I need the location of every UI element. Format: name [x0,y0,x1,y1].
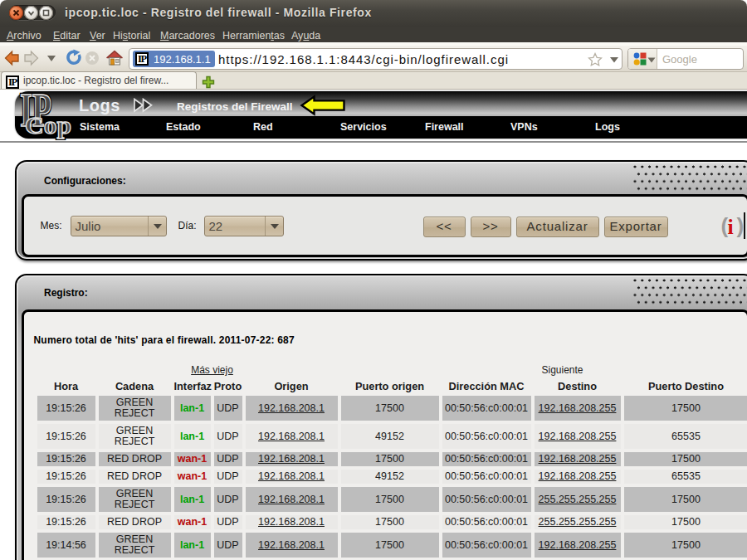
svg-text:Cop: Cop [25,111,71,139]
